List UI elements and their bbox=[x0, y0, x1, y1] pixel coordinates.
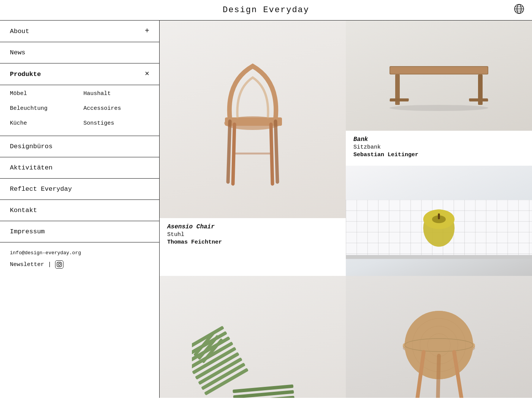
globe-icon[interactable] bbox=[514, 3, 524, 17]
product-card-lounger bbox=[160, 276, 346, 398]
site-title: Design Everyday bbox=[223, 5, 309, 15]
svg-rect-16 bbox=[390, 67, 488, 74]
newsletter-link[interactable]: Newsletter bbox=[10, 261, 44, 268]
produkte-label: Produkte bbox=[10, 71, 41, 78]
chair-background bbox=[160, 21, 346, 218]
svg-line-12 bbox=[228, 121, 230, 182]
vase-image bbox=[346, 166, 532, 276]
footer-links: Newsletter | bbox=[10, 260, 149, 269]
content-area: Asensio Chair Stuhl Thomas Feichtner bbox=[160, 21, 532, 398]
product-card-stool bbox=[346, 276, 532, 398]
aktivitaten-label: Aktivitäten bbox=[10, 164, 52, 171]
bank-author: Sebastian Leitinger bbox=[353, 152, 524, 158]
sidebar-footer: info@design-everyday.org Newsletter | bbox=[0, 242, 159, 272]
svg-point-22 bbox=[390, 105, 488, 111]
designburos-label: Designbüros bbox=[10, 143, 52, 150]
sidebar-item-designburos[interactable]: Designbüros bbox=[0, 136, 159, 157]
svg-point-60 bbox=[405, 339, 473, 351]
svg-rect-25 bbox=[346, 255, 532, 259]
kontakt-label: Kontakt bbox=[10, 207, 37, 214]
sidebar-item-produkte[interactable]: Produkte × bbox=[0, 63, 159, 85]
svg-rect-29 bbox=[438, 214, 440, 219]
product-card-chair: Asensio Chair Stuhl Thomas Feichtner bbox=[160, 21, 346, 276]
submenu-item-mobel[interactable]: Möbel bbox=[10, 89, 76, 98]
bench-background bbox=[346, 21, 532, 131]
svg-line-13 bbox=[276, 121, 277, 182]
sidebar-item-kontakt[interactable]: Kontakt bbox=[0, 200, 159, 221]
sidebar-item-reflect[interactable]: Reflect Everyday bbox=[0, 179, 159, 200]
svg-rect-21 bbox=[469, 98, 488, 101]
submenu-item-beleuchtung[interactable]: Beleuchtung bbox=[10, 104, 76, 113]
chair-image bbox=[160, 21, 346, 218]
right-column: Bank Sitzbank Sebastian Leitinger bbox=[346, 21, 532, 276]
sidebar-item-impressum[interactable]: Impressum bbox=[0, 221, 159, 242]
submenu-item-haushalt[interactable]: Haushalt bbox=[84, 89, 150, 98]
chair-author: Thomas Feichtner bbox=[167, 239, 338, 245]
product-card-bank: Bank Sitzbank Sebastian Leitinger bbox=[346, 21, 532, 166]
bank-info: Bank Sitzbank Sebastian Leitinger bbox=[346, 131, 532, 166]
produkte-close-icon: × bbox=[145, 70, 149, 78]
chair-type: Stuhl bbox=[167, 231, 338, 238]
product-card-vase bbox=[346, 166, 532, 276]
submenu-item-accessoires[interactable]: Accessoires bbox=[84, 104, 150, 113]
svg-rect-20 bbox=[390, 98, 409, 101]
produkte-submenu: Möbel Haushalt Beleuchtung Accessoires K… bbox=[0, 85, 159, 136]
bank-image bbox=[346, 21, 532, 131]
header: Design Everyday bbox=[0, 0, 532, 21]
about-label: About bbox=[10, 28, 29, 35]
news-label: News bbox=[10, 49, 25, 56]
about-expand-icon: + bbox=[145, 27, 149, 35]
svg-rect-5 bbox=[57, 262, 62, 267]
bank-type: Sitzbank bbox=[353, 144, 524, 150]
submenu-item-kuche[interactable]: Küche bbox=[10, 119, 76, 128]
separator: | bbox=[48, 261, 51, 268]
lounger-background bbox=[160, 276, 346, 398]
main-layout: About + News Produkte × Möbel Haushalt B… bbox=[0, 21, 532, 398]
reflect-label: Reflect Everyday bbox=[10, 185, 72, 193]
submenu-item-sonstiges[interactable]: Sonstiges bbox=[84, 119, 150, 128]
chair-info: Asensio Chair Stuhl Thomas Feichtner bbox=[160, 218, 346, 253]
svg-point-6 bbox=[58, 263, 60, 266]
sidebar-item-aktivitaten[interactable]: Aktivitäten bbox=[0, 157, 159, 179]
chair-name: Asensio Chair bbox=[167, 223, 338, 230]
lounger-image bbox=[160, 276, 346, 398]
email-address[interactable]: info@design-everyday.org bbox=[10, 250, 149, 256]
instagram-icon[interactable] bbox=[55, 260, 63, 269]
sidebar-item-about[interactable]: About + bbox=[0, 21, 159, 42]
stool-background bbox=[346, 276, 532, 398]
svg-line-64 bbox=[437, 356, 439, 398]
sidebar-item-news[interactable]: News bbox=[0, 42, 159, 63]
impressum-label: Impressum bbox=[10, 228, 45, 235]
svg-point-7 bbox=[60, 263, 61, 263]
sidebar: About + News Produkte × Möbel Haushalt B… bbox=[0, 21, 160, 398]
bank-name: Bank bbox=[353, 136, 524, 143]
vase-background bbox=[346, 166, 532, 276]
stool-image bbox=[346, 276, 532, 398]
